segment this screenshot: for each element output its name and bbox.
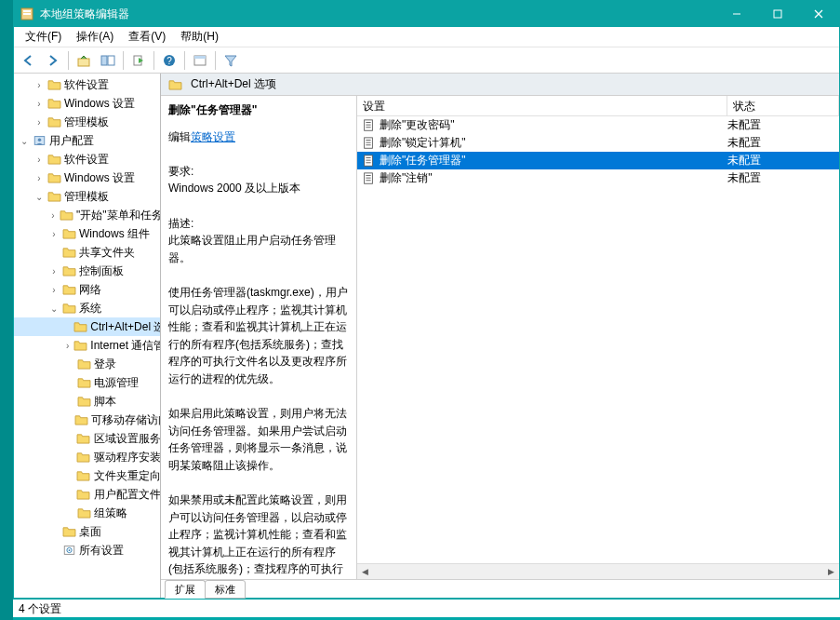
tree-item[interactable]: 区域设置服务 <box>14 429 160 448</box>
expand-icon[interactable]: › <box>33 155 46 165</box>
minimize-button[interactable] <box>716 1 757 27</box>
detail-column: 删除"任务管理器" 编辑策略设置 要求: Windows 2000 及以上版本 … <box>161 96 356 579</box>
expand-icon[interactable]: › <box>33 117 46 128</box>
tree-pane[interactable]: ›软件设置›Windows 设置›管理模板⌄用户配置›软件设置›Windows … <box>14 74 161 598</box>
list-item[interactable]: 删除"更改密码"未配置 <box>357 116 839 134</box>
folder-icon <box>76 506 91 519</box>
folder-icon <box>47 97 61 110</box>
tree-item-label: 所有设置 <box>79 543 124 559</box>
menu-help[interactable]: 帮助(H) <box>173 27 226 47</box>
edit-policy-row: 编辑策略设置 <box>168 128 349 146</box>
tree-item[interactable]: ›软件设置 <box>14 75 160 94</box>
folder-icon <box>61 302 76 315</box>
expand-icon[interactable]: › <box>47 210 59 221</box>
tree-item[interactable]: ⌄用户配置 <box>14 131 160 150</box>
tree-item[interactable]: ›网络 <box>14 280 160 299</box>
folder-icon <box>47 153 61 166</box>
title-bar[interactable]: 本地组策略编辑器 <box>14 1 839 27</box>
folder-icon <box>61 525 76 538</box>
tree-item[interactable]: 所有设置 <box>14 541 160 559</box>
tree-item[interactable]: ⌄系统 <box>14 299 160 317</box>
tree-item-label: 电源管理 <box>94 375 139 391</box>
list-header: 设置 状态 <box>357 96 839 116</box>
detail-title: 删除"任务管理器" <box>168 101 349 119</box>
tree-item[interactable]: Ctrl+Alt+Del 选项 <box>14 317 160 336</box>
list-item[interactable]: 删除"任务管理器"未配置 <box>357 152 839 169</box>
back-button[interactable] <box>18 49 40 72</box>
col-state[interactable]: 状态 <box>727 96 839 115</box>
edit-policy-link[interactable]: 策略设置 <box>191 130 235 143</box>
properties-button[interactable] <box>189 49 211 72</box>
tree-item[interactable]: 用户配置文件 <box>14 485 160 504</box>
expand-icon[interactable]: › <box>62 341 73 351</box>
expand-icon[interactable]: › <box>47 229 60 239</box>
tree-item[interactable]: 电源管理 <box>14 373 160 392</box>
tree-item[interactable]: ›"开始"菜单和任务栏 <box>14 206 160 224</box>
svg-rect-7 <box>78 59 89 66</box>
policy-icon <box>361 118 376 133</box>
collapse-icon[interactable]: ⌄ <box>47 303 60 314</box>
right-pane: Ctrl+Alt+Del 选项 删除"任务管理器" 编辑策略设置 要求: Win… <box>161 74 839 598</box>
toolbar: ? <box>14 47 839 74</box>
svg-point-19 <box>68 549 70 551</box>
list-item[interactable]: 删除"注销"未配置 <box>357 169 839 187</box>
tree-item[interactable]: ›管理模板 <box>14 113 160 131</box>
export-button[interactable] <box>127 49 150 72</box>
expand-icon[interactable]: › <box>33 173 46 183</box>
menu-view[interactable]: 查看(V) <box>121 27 173 47</box>
show-hide-tree-button[interactable] <box>97 49 119 72</box>
list-item-state: 未配置 <box>727 153 839 168</box>
filter-button[interactable] <box>220 49 242 72</box>
tree-item-label: 组策略 <box>94 505 127 521</box>
toolbar-separator <box>215 51 216 70</box>
horizontal-scrollbar[interactable]: ◀ ▶ <box>357 563 839 579</box>
svg-text:?: ? <box>167 56 172 66</box>
policy-icon <box>361 136 376 151</box>
scroll-left-arrow[interactable]: ◀ <box>357 564 373 580</box>
folder-icon <box>76 395 91 408</box>
tree-item[interactable]: 组策略 <box>14 504 160 522</box>
maximize-button[interactable] <box>757 1 798 27</box>
expand-icon[interactable]: › <box>33 80 46 90</box>
tree-item[interactable]: 登录 <box>14 355 160 373</box>
tree-item[interactable]: ›Windows 设置 <box>14 168 160 187</box>
list-item[interactable]: 删除"锁定计算机"未配置 <box>357 134 839 152</box>
tree-item[interactable]: 桌面 <box>14 522 160 541</box>
col-setting[interactable]: 设置 <box>357 96 727 115</box>
tree-item-label: Ctrl+Alt+Del 选项 <box>90 319 160 335</box>
forward-button[interactable] <box>42 49 64 72</box>
tree-item-label: 网络 <box>79 282 101 298</box>
tree-item[interactable]: ›软件设置 <box>14 150 160 168</box>
tree-item[interactable]: ›Internet 通信管理 <box>14 336 160 355</box>
tree-item[interactable]: 文件夹重定向 <box>14 466 160 485</box>
collapse-icon[interactable]: ⌄ <box>33 192 46 202</box>
tree-item[interactable]: 共享文件夹 <box>14 243 160 262</box>
folder-icon <box>76 357 91 371</box>
tree-item[interactable]: ›Windows 组件 <box>14 224 160 243</box>
menu-action[interactable]: 操作(A) <box>69 27 121 47</box>
app-icon <box>20 7 34 21</box>
menu-bar: 文件(F) 操作(A) 查看(V) 帮助(H) <box>14 27 839 47</box>
close-button[interactable] <box>798 1 839 27</box>
tree-item[interactable]: ⌄管理模板 <box>14 187 160 206</box>
collapse-icon[interactable]: ⌄ <box>18 136 31 146</box>
menu-file[interactable]: 文件(F) <box>18 27 69 47</box>
scroll-track[interactable] <box>373 564 823 580</box>
tree-item[interactable]: 驱动程序安装 <box>14 448 160 466</box>
folder-icon <box>61 246 76 259</box>
folder-icon <box>60 209 73 222</box>
tree-item[interactable]: ›控制面板 <box>14 262 160 280</box>
toolbar-separator <box>123 51 124 70</box>
expand-icon[interactable]: › <box>47 266 60 276</box>
tree-item[interactable]: ›Windows 设置 <box>14 94 160 113</box>
tab-standard[interactable]: 标准 <box>205 580 246 599</box>
expand-icon[interactable]: › <box>33 99 46 109</box>
expand-icon[interactable]: › <box>47 285 60 295</box>
tree-item[interactable]: 脚本 <box>14 392 160 411</box>
tab-extended[interactable]: 扩展 <box>165 580 206 599</box>
tree-item[interactable]: 可移动存储访问 <box>14 411 160 429</box>
help-button[interactable]: ? <box>158 49 180 72</box>
scroll-right-arrow[interactable]: ▶ <box>823 564 839 580</box>
up-button[interactable] <box>73 49 95 72</box>
svg-rect-9 <box>108 56 114 65</box>
